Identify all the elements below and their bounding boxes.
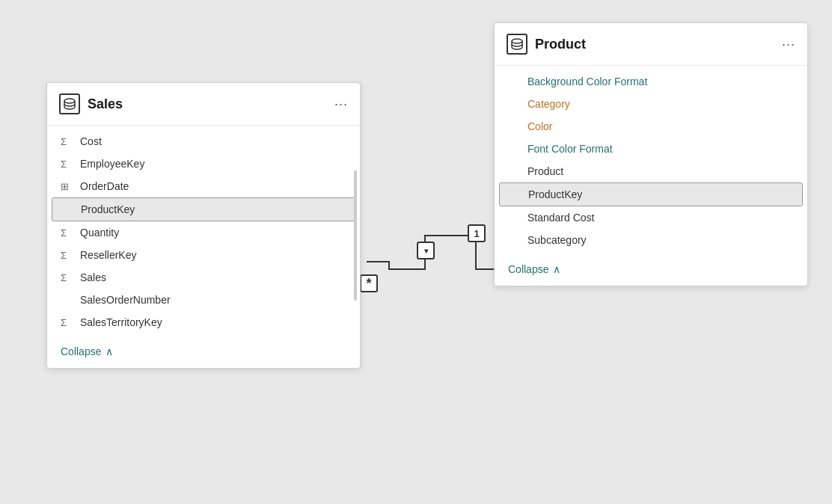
field-label-employeekey: EmployeeKey <box>80 158 144 170</box>
product-field-bg-color[interactable]: Background Color Format <box>495 70 807 93</box>
sales-field-orderdate[interactable]: ⊞ OrderDate <box>47 175 360 197</box>
sigma-icon-quantity: Σ <box>61 227 73 239</box>
sales-field-productkey[interactable]: ProductKey <box>52 197 355 221</box>
sigma-icon-employeekey: Σ <box>61 159 73 170</box>
field-label-productkey: ProductKey <box>81 203 135 215</box>
sigma-icon-resellerkey: Σ <box>61 250 73 261</box>
sigma-icon-cost: Σ <box>61 136 73 147</box>
cardinality-one-badge: 1 <box>468 224 486 242</box>
field-label-color: Color <box>527 120 552 132</box>
field-label-category: Category <box>527 98 570 110</box>
field-label-orderdate: OrderDate <box>80 180 129 192</box>
sales-table-icon <box>59 93 80 114</box>
sales-fields-list: Σ Cost Σ EmployeeKey ⊞ OrderDate Product… <box>47 126 360 338</box>
product-collapse-button[interactable]: Collapse ∧ <box>495 256 807 286</box>
svg-point-1 <box>512 39 522 43</box>
product-field-productkey[interactable]: ProductKey <box>499 182 803 206</box>
sales-field-salesterritorykey[interactable]: Σ SalesTerritoryKey <box>47 311 360 334</box>
sales-table-card: Sales ··· Σ Cost Σ EmployeeKey ⊞ OrderDa… <box>46 82 361 369</box>
product-field-color[interactable]: Color <box>495 115 807 138</box>
product-field-standard-cost[interactable]: Standard Cost <box>495 206 807 229</box>
product-fields-list: Background Color Format Category Color F… <box>495 66 807 256</box>
calendar-icon-orderdate: ⊞ <box>61 181 73 192</box>
field-label-bg-color: Background Color Format <box>527 76 647 87</box>
sigma-icon-salesterritorykey: Σ <box>61 317 73 328</box>
field-label-salesordernumber: SalesOrderNumber <box>80 294 171 306</box>
field-label-productkey-p: ProductKey <box>528 188 582 200</box>
product-field-subcategory[interactable]: Subcategory <box>495 229 807 251</box>
sales-title: Sales <box>88 96 327 112</box>
cardinality-many-badge: * <box>360 274 378 292</box>
sales-field-resellerkey[interactable]: Σ ResellerKey <box>47 244 360 266</box>
product-menu-button[interactable]: ··· <box>782 37 795 52</box>
product-card-header: Product ··· <box>495 23 807 66</box>
field-label-quantity: Quantity <box>80 227 119 239</box>
canvas: * ▾ 1 Sales ··· Σ Cost <box>0 0 832 504</box>
sales-collapse-button[interactable]: Collapse ∧ <box>47 338 360 368</box>
filter-direction-badge: ▾ <box>417 242 435 259</box>
sales-field-cost[interactable]: Σ Cost <box>47 130 360 153</box>
sales-card-header: Sales ··· <box>47 83 360 126</box>
sales-field-employeekey[interactable]: Σ EmployeeKey <box>47 153 360 175</box>
product-field-product[interactable]: Product <box>495 160 807 182</box>
sales-field-salesordernumber[interactable]: SalesOrderNumber <box>47 289 360 311</box>
product-table-card: Product ··· Background Color Format Cate… <box>494 22 808 286</box>
sales-menu-button[interactable]: ··· <box>334 96 348 112</box>
product-title: Product <box>535 37 774 52</box>
field-label-salesterritorykey: SalesTerritoryKey <box>80 316 162 328</box>
sales-field-sales[interactable]: Σ Sales <box>47 266 360 289</box>
field-label-sales: Sales <box>80 271 106 283</box>
field-label-font-color: Font Color Format <box>527 143 613 155</box>
product-field-font-color[interactable]: Font Color Format <box>495 138 807 160</box>
svg-point-0 <box>64 99 75 103</box>
product-field-category[interactable]: Category <box>495 93 807 115</box>
sales-scrollbar[interactable] <box>354 170 357 301</box>
field-label-resellerkey: ResellerKey <box>80 249 136 261</box>
field-label-standard-cost: Standard Cost <box>527 212 595 224</box>
sigma-icon-sales: Σ <box>61 272 73 283</box>
field-label-cost: Cost <box>80 135 102 147</box>
field-label-subcategory: Subcategory <box>527 234 587 246</box>
field-label-product: Product <box>527 165 563 177</box>
sales-field-quantity[interactable]: Σ Quantity <box>47 221 360 244</box>
product-table-icon <box>507 34 527 55</box>
